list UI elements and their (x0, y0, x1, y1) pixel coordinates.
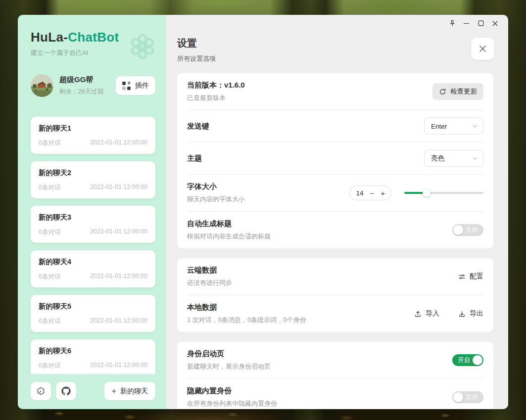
chat-list-item[interactable]: 新的聊天5 0条对话2022-01-01 12:00:00 (31, 295, 155, 332)
hexagon-slash-icon (36, 386, 46, 396)
check-update-label: 检查更新 (450, 87, 477, 96)
minimize-icon (463, 20, 470, 27)
chat-list-item[interactable]: 新的聊天3 0条对话2022-01-01 12:00:00 (31, 206, 155, 243)
toggle-handle (473, 355, 482, 365)
mask-splash-subtitle: 新建聊天时，展示身份启动页 (187, 362, 271, 371)
user-profile: 超级GG帮 剩余：28天过期 + 插件 (31, 74, 155, 97)
plugin-button-label: 插件 (135, 81, 149, 90)
toggle-label: 开启 (458, 356, 470, 365)
check-update-button[interactable]: 检查更新 (432, 83, 483, 100)
theme-label: 主题 (187, 154, 202, 163)
chat-title: 新的聊天4 (39, 257, 147, 267)
row-send-key: 发送键 Enter (187, 110, 483, 142)
hide-builtin-toggle[interactable]: 关闭 (452, 391, 483, 403)
font-size-decrease-button[interactable]: − (370, 189, 374, 197)
chat-list-item[interactable]: 新的聊天1 0条对话2022-01-01 12:00:00 (31, 117, 155, 154)
hide-builtin-title: 隐藏内置身份 (187, 386, 277, 396)
theme-select[interactable]: 亮色 (424, 150, 483, 167)
avatar[interactable] (31, 74, 53, 97)
font-size-subtitle: 聊天内容的字体大小 (187, 195, 245, 204)
chat-time: 2022-01-01 12:00:00 (90, 273, 147, 281)
openai-logo-icon (129, 33, 156, 60)
minimize-button[interactable] (459, 16, 474, 30)
window-close-button[interactable] (488, 16, 502, 30)
sidebar-header: HuLa-ChatBot 建立一个属于自己AI (18, 15, 166, 57)
chat-list-item[interactable]: 新的聊天4 0条对话2022-01-01 12:00:00 (31, 250, 155, 287)
settings-close-button[interactable] (471, 38, 494, 60)
maximize-button[interactable] (474, 16, 488, 30)
close-icon (492, 20, 498, 27)
toggle-handle (453, 392, 463, 402)
chat-count: 0条对话 (39, 273, 60, 281)
download-icon (458, 310, 466, 318)
import-label: 导入 (426, 309, 439, 318)
theme-hexagon-button[interactable] (31, 382, 51, 400)
cloud-data-subtitle: 还没有进行同步 (187, 279, 232, 287)
settings-header: 设置 所有设置选项 (166, 32, 508, 72)
maximize-icon (478, 20, 484, 26)
toggle-handle (453, 225, 463, 235)
chat-time: 2022-01-01 12:00:00 (90, 362, 147, 370)
new-chat-button[interactable]: + 新的聊天 (104, 382, 155, 400)
github-button[interactable] (56, 382, 76, 400)
close-icon (478, 45, 487, 53)
app-title-accent: ChatBot (68, 30, 119, 45)
profile-remaining: 剩余：28天过期 (59, 88, 116, 96)
local-data-title: 本地数据 (187, 303, 306, 312)
auto-title-subtitle: 根据对话内容生成合适的标题 (187, 232, 271, 241)
settings-card-mask: 身份启动页 新建聊天时，展示身份启动页 开启 隐藏内置身份 在所有身份列表中隐藏… (177, 342, 493, 409)
export-button[interactable]: 导出 (458, 309, 483, 318)
theme-value: 亮色 (431, 154, 444, 163)
upload-icon (414, 310, 422, 318)
auto-title-title: 自动生成标题 (187, 219, 271, 229)
font-size-increase-button[interactable]: + (381, 189, 385, 197)
row-local-data: 本地数据 1 次对话，0条消息，0条提示词，0个身份 导入 (187, 295, 483, 332)
plugin-button[interactable]: + 插件 (116, 76, 155, 95)
font-size-slider[interactable] (404, 192, 483, 194)
toggle-label: 关闭 (466, 393, 478, 402)
github-icon (61, 386, 71, 396)
version-title: 当前版本：v1.6.0 (187, 81, 245, 90)
slider-thumb[interactable] (423, 189, 430, 197)
chat-title: 新的聊天2 (39, 168, 147, 178)
plus-icon: + (112, 387, 116, 396)
auto-title-toggle[interactable]: 关闭 (452, 224, 483, 236)
cloud-data-title: 云端数据 (187, 266, 232, 275)
plugin-grid-icon: + (122, 82, 131, 90)
font-size-title: 字体大小 (187, 182, 245, 191)
local-data-subtitle: 1 次对话，0条消息，0条提示词，0个身份 (187, 316, 306, 325)
version-subtitle: 已是最新版本 (187, 93, 245, 102)
pin-icon (449, 20, 456, 27)
settings-card-data: 云端数据 还没有进行同步 配置 本地数据 1 次对话，0条消息，0条 (177, 258, 493, 332)
chevron-down-icon (472, 123, 478, 129)
chat-count: 0条对话 (39, 362, 60, 370)
row-auto-title: 自动生成标题 根据对话内容生成合适的标题 关闭 (187, 211, 483, 248)
settings-card-general: 当前版本：v1.6.0 已是最新版本 检查更新 发送键 Enter (177, 73, 493, 248)
row-cloud-data: 云端数据 还没有进行同步 配置 (187, 258, 483, 295)
chat-count: 0条对话 (39, 228, 60, 236)
row-font-size: 字体大小 聊天内容的字体大小 14 − + (187, 174, 483, 211)
cloud-config-button[interactable]: 配置 (458, 272, 483, 281)
import-button[interactable]: 导入 (414, 309, 439, 318)
mask-splash-title: 身份启动页 (187, 349, 271, 359)
chat-title: 新的聊天1 (39, 124, 147, 133)
chat-list-item[interactable]: 新的聊天6 0条对话2022-01-01 12:00:00 (31, 339, 155, 374)
pin-button[interactable] (445, 16, 459, 30)
font-size-value: 14 (356, 189, 363, 197)
titlebar (166, 15, 508, 32)
chat-time: 2022-01-01 12:00:00 (90, 228, 147, 236)
settings-panel: 设置 所有设置选项 当前版本：v1.6.0 已是最新版本 (166, 15, 508, 409)
export-label: 导出 (470, 309, 483, 318)
send-key-select[interactable]: Enter (424, 118, 483, 135)
sidebar-footer: + 新的聊天 (18, 374, 166, 409)
chat-count: 0条对话 (39, 139, 60, 147)
hide-builtin-subtitle: 在所有身份列表中隐藏内置身份 (187, 399, 277, 408)
profile-info: 超级GG帮 剩余：28天过期 (59, 75, 116, 96)
row-mask-splash: 身份启动页 新建聊天时，展示身份启动页 开启 (187, 342, 483, 378)
app-title-primary: HuLa- (31, 30, 68, 45)
row-hide-builtin: 隐藏内置身份 在所有身份列表中隐藏内置身份 关闭 (187, 378, 483, 409)
mask-splash-toggle[interactable]: 开启 (452, 354, 483, 366)
chat-list-item[interactable]: 新的聊天2 0条对话2022-01-01 12:00:00 (31, 161, 155, 198)
chat-time: 2022-01-01 12:00:00 (90, 184, 147, 192)
chat-count: 0条对话 (39, 317, 60, 326)
